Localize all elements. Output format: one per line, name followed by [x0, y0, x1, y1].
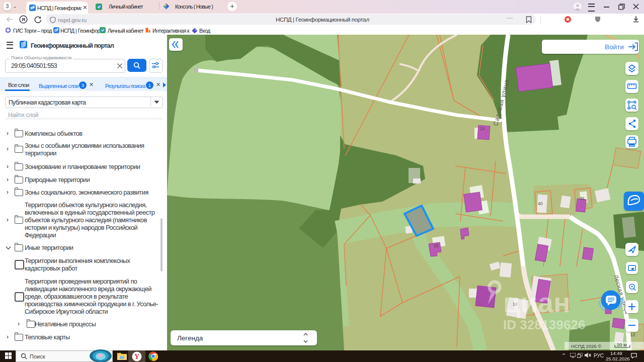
svg-text:ID 328139626: ID 328139626 — [503, 317, 585, 332]
svg-text:Войти: Войти — [605, 43, 624, 51]
svg-text:Легенда: Легенда — [177, 334, 203, 342]
svg-text:Y: Y — [134, 353, 139, 360]
svg-text:10: 10 — [630, 332, 635, 337]
svg-text:20 м: 20 м — [617, 342, 627, 347]
svg-text:40: 40 — [538, 201, 543, 206]
svg-text:28: 28 — [434, 243, 439, 248]
svg-text:24: 24 — [480, 126, 485, 131]
svg-text:НСПД 2026 ©: НСПД 2026 © — [571, 343, 601, 349]
svg-text:36: 36 — [580, 196, 585, 201]
svg-text:Я: Я — [22, 17, 25, 22]
svg-text:циан: циан — [503, 287, 571, 318]
